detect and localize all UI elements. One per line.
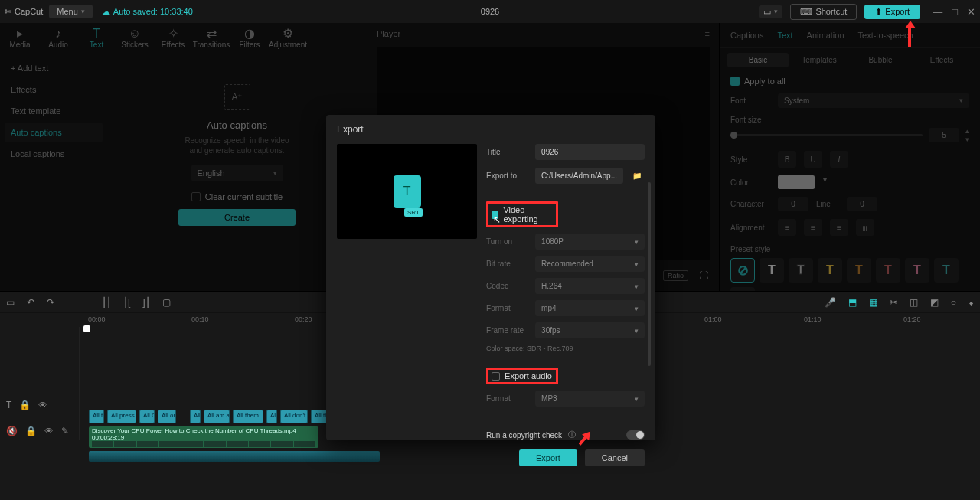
tool-icon[interactable]: ◫ — [910, 297, 918, 308]
menu-icon[interactable]: ≡ — [705, 29, 710, 38]
tool-icon[interactable]: ⬥ — [969, 297, 974, 308]
italic-button[interactable]: I — [830, 151, 848, 168]
top-tab-transitions[interactable]: ⇄Transitions — [194, 28, 228, 49]
top-tab-adjustment[interactable]: ⚙Adjustment — [271, 28, 305, 49]
language-select[interactable]: English ▾ — [191, 165, 283, 181]
undo-icon[interactable]: ↶ — [27, 297, 34, 308]
codec-select[interactable]: H.264▾ — [535, 278, 645, 294]
menu-button[interactable]: Menu ▾ — [49, 5, 93, 18]
audio-format-select[interactable]: MP3▾ — [535, 391, 645, 407]
style-preset[interactable]: T — [789, 258, 813, 283]
side-item[interactable]: Local captions — [5, 144, 103, 164]
crop-icon[interactable]: ✂ — [890, 297, 897, 308]
copyright-toggle[interactable] — [626, 430, 645, 440]
line-input[interactable]: 0 — [847, 197, 877, 211]
bitrate-select[interactable]: Recommended▾ — [535, 256, 645, 272]
style-preset[interactable]: T — [847, 258, 871, 283]
link-icon[interactable]: ⬒ — [848, 297, 857, 308]
side-item[interactable]: Effects — [5, 80, 103, 100]
inspector-tab[interactable]: Text — [777, 31, 792, 40]
cover-icon[interactable]: ▦ — [869, 297, 877, 308]
eye-icon[interactable]: 👁 — [44, 426, 54, 436]
top-tab-text[interactable]: TText — [80, 28, 113, 49]
export-button-top[interactable]: ⬆ Export — [864, 5, 920, 19]
fullscreen-icon[interactable]: ⛶ — [699, 270, 708, 281]
inspector-sub-tab[interactable]: Templates — [789, 53, 850, 67]
edit-icon[interactable]: ✎ — [61, 426, 69, 436]
exportto-input[interactable]: C:/Users/Admin/App... — [535, 168, 623, 184]
video-clip[interactable]: Discover Your CPU Power How to Check the… — [89, 426, 318, 448]
modal-scrollbar[interactable] — [648, 182, 651, 366]
color-picker[interactable] — [778, 175, 815, 189]
inspector-tab[interactable]: Captions — [730, 31, 763, 40]
top-tab-audio[interactable]: ♪Audio — [41, 28, 75, 49]
caption-clip[interactable]: All th — [311, 410, 328, 423]
selection-tool-icon[interactable]: ▭ — [6, 297, 15, 308]
delete-icon[interactable]: ▢ — [162, 297, 171, 308]
align-v-button[interactable]: ⫼ — [856, 219, 874, 236]
font-select[interactable]: System▾ — [778, 93, 969, 108]
clear-subtitle-checkbox[interactable]: Clear current subtitle — [191, 192, 283, 201]
inspector-tab[interactable]: Animation — [807, 31, 844, 40]
align-right-button[interactable]: ≡ — [830, 219, 848, 236]
export-confirm-button[interactable]: Export — [519, 449, 577, 466]
caption-clip[interactable]: All don't — [280, 410, 308, 423]
apply-to-all-row[interactable]: Apply to all — [720, 72, 980, 90]
minimize-icon[interactable]: — — [933, 6, 942, 18]
align-left-button[interactable]: ≡ — [778, 219, 796, 236]
fontsize-slider[interactable] — [730, 134, 923, 136]
stepper-up-icon[interactable]: ▴ — [965, 127, 969, 135]
bold-button[interactable]: B — [778, 151, 796, 168]
ratio-badge[interactable]: Ratio — [663, 270, 688, 281]
lock-icon[interactable]: 🔒 — [19, 400, 31, 410]
inspector-sub-tab[interactable]: Effects — [911, 53, 972, 67]
info-icon[interactable]: ⓘ — [568, 430, 576, 440]
style-preset[interactable]: T — [934, 258, 959, 283]
underline-button[interactable]: U — [804, 151, 822, 168]
style-preset[interactable]: T — [876, 258, 900, 283]
cancel-button[interactable]: Cancel — [585, 449, 645, 466]
split-icon[interactable]: ⎮⎮ — [102, 297, 111, 308]
top-tab-stickers[interactable]: ☺Stickers — [118, 28, 152, 49]
tool-icon[interactable]: ◩ — [930, 297, 939, 308]
style-none[interactable]: ⊘ — [730, 258, 755, 283]
ratio-indicator[interactable]: ▭▾ — [759, 5, 782, 18]
caption-clip[interactable]: All — [190, 410, 201, 423]
top-tab-media[interactable]: ▸Media — [3, 28, 37, 49]
inspector-sub-tab[interactable]: Bubble — [850, 53, 911, 67]
top-tab-effects[interactable]: ✧Effects — [156, 28, 190, 49]
style-preset[interactable]: T — [818, 258, 842, 283]
maximize-icon[interactable]: □ — [952, 6, 958, 18]
create-button[interactable]: Create — [178, 209, 296, 226]
mute-icon[interactable]: 🔇 — [6, 426, 18, 436]
caption-track-header[interactable]: T🔒👁 — [0, 396, 79, 414]
redo-icon[interactable]: ↷ — [47, 297, 54, 308]
tool-icon[interactable]: ○ — [951, 297, 956, 308]
mic-icon[interactable]: 🎤 — [825, 297, 836, 308]
caption-clip[interactable]: All — [266, 410, 277, 423]
export-audio-checkbox[interactable]: Export audio — [492, 371, 553, 381]
side-item[interactable]: Auto captions — [5, 123, 103, 142]
stepper-down-icon[interactable]: ▾ — [965, 136, 969, 143]
style-preset[interactable]: T — [905, 258, 929, 283]
side-item[interactable]: + Add text — [5, 58, 103, 78]
side-item[interactable]: Text template — [5, 101, 103, 121]
format-select[interactable]: mp4▾ — [535, 300, 645, 316]
split-right-icon[interactable]: ]⎮ — [142, 297, 149, 308]
caption-clip[interactable]: All to — [89, 410, 104, 423]
caption-clip[interactable]: All C — [139, 410, 155, 423]
video-track-header[interactable]: 🔇🔒👁✎ — [0, 422, 79, 440]
top-tab-filters[interactable]: ◑Filters — [233, 28, 266, 49]
folder-button[interactable]: 📁 — [629, 166, 645, 185]
align-center-button[interactable]: ≡ — [804, 219, 822, 236]
caption-clip[interactable]: All press C — [107, 410, 136, 423]
style-preset[interactable]: T — [760, 258, 784, 283]
split-left-icon[interactable]: ⎮[ — [123, 297, 130, 308]
title-input[interactable]: 0926 — [535, 144, 645, 160]
caption-clip[interactable]: All am a — [204, 410, 230, 423]
character-input[interactable]: 0 — [778, 197, 808, 211]
caption-clip[interactable]: All on — [158, 410, 176, 423]
fontsize-input[interactable]: 5 — [929, 128, 959, 142]
framerate-select[interactable]: 30fps▾ — [535, 322, 645, 338]
inspector-sub-tab[interactable]: Basic — [727, 53, 789, 67]
